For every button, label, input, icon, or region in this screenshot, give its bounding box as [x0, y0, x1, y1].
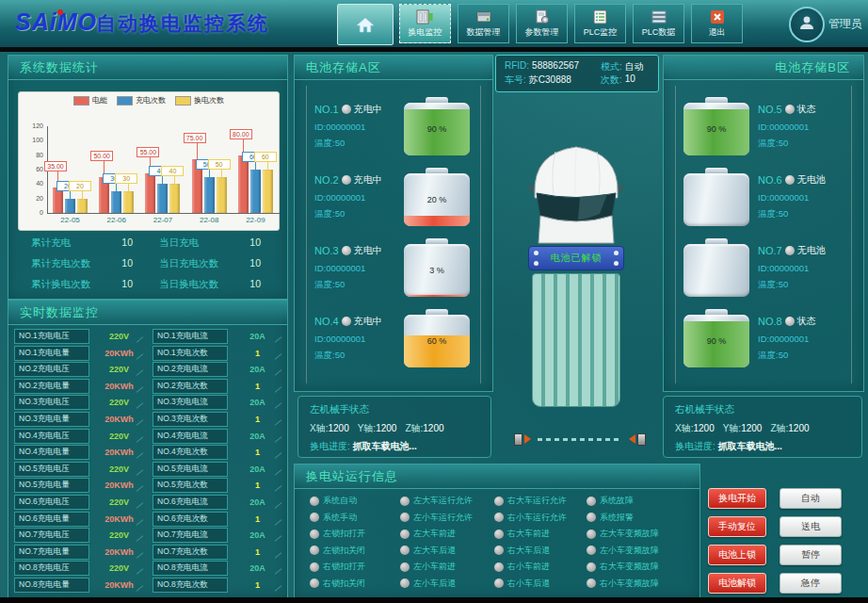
statistics-chart: 电能充电次数换电次数 02040608010012022-0535.002020…: [18, 91, 280, 231]
summary-stat: 当日充电10: [159, 236, 274, 250]
control-button-white[interactable]: 暂停: [780, 545, 842, 565]
status-dot-icon: [342, 317, 351, 326]
stats-panel-title: 系统数据统计: [8, 56, 287, 80]
arm-axis-name: Z轴:: [405, 423, 423, 433]
battery-temp-label: 温度:50: [314, 138, 395, 150]
chart-bar: [157, 184, 168, 213]
battery-area-a-title: 电池存储A区: [295, 56, 492, 80]
realtime-row: NO.6充电电压220V: [14, 495, 145, 510]
realtime-label: NO.3充电电压: [14, 395, 89, 410]
battery-body: 90 %: [683, 103, 749, 155]
battery-temp-label: 温度:50: [314, 279, 395, 291]
white-control-buttons: 自动送电暂停急停: [780, 488, 842, 594]
indicator-label: 左大车变频故障: [600, 528, 659, 540]
realtime-label: NO.6充电电流: [153, 495, 228, 510]
legend-item: 充电次数: [117, 95, 166, 106]
indicator-dot-icon: [400, 497, 410, 506]
exit-icon: [709, 9, 726, 24]
bolt-icon: [614, 261, 619, 266]
battery-slot: 90 %NO.8状态ID:00000001温度:50: [683, 307, 844, 369]
status-dot-icon: [342, 105, 351, 114]
realtime-value: 1: [232, 547, 283, 557]
battery-body: 3 %: [404, 244, 470, 297]
realtime-label: NO.1充电电量: [14, 346, 89, 361]
battery-status-label: 无电池: [797, 173, 826, 187]
realtime-row: NO.7充电电流20A: [153, 528, 283, 543]
vehicle-info-pair: 模式:自动: [601, 60, 644, 73]
x-axis-tick: 22-09: [233, 216, 279, 224]
arm-axis-name: Y轴:: [358, 423, 376, 433]
nav-tab-4[interactable]: PLC监控: [574, 4, 626, 43]
chart-bar: [123, 191, 134, 213]
battery-header: NO.3充电中: [314, 244, 395, 257]
control-button-white[interactable]: 急停: [780, 573, 842, 594]
realtime-value: 20KWh: [93, 481, 145, 490]
indicator-dot-icon: [400, 546, 410, 555]
indicator-label: 左大车运行允许: [413, 495, 473, 507]
indicator-label: 右锁扣关闭: [323, 578, 365, 590]
realtime-row: NO.6充电电流20A: [153, 495, 283, 510]
arm-axis-value: 1200: [328, 423, 348, 433]
realtime-value: 20KWh: [93, 415, 145, 424]
realtime-row: NO.3充电电压220V: [14, 395, 145, 410]
arm-axis-name: X轴:: [310, 423, 328, 433]
control-button-white[interactable]: 送电: [780, 516, 842, 537]
bar-label-whisker: [128, 183, 129, 191]
station-column: 系统故障系统报警左大车变频故障左小车变频故障右大车变频故障右小车变频故障: [587, 495, 694, 593]
realtime-row: NO.3充电电量20KWh: [14, 412, 145, 427]
right-arm-status-box: 右机械手状态 X轴:1200Y轴:1200Z轴:1200 换电进度: 抓取车载电…: [663, 396, 862, 458]
home-button[interactable]: [337, 4, 394, 45]
realtime-row: NO.4充电电流20A: [153, 429, 283, 444]
realtime-value: 20A: [232, 530, 283, 540]
realtime-row: NO.6充电电量20KWh: [14, 512, 145, 527]
station-indicator: 左小车变频故障: [587, 545, 694, 557]
bar-label-whisker: [174, 175, 175, 184]
nav-tab-6[interactable]: 退出: [691, 4, 743, 43]
right-arm-progress-label: 换电进度:: [675, 441, 715, 451]
realtime-row: NO.1充电电流20A: [153, 329, 283, 344]
chart-canvas: 02040608010012022-0535.00202022-0650.003…: [19, 107, 279, 230]
battery-graphic: 20 %: [404, 168, 470, 226]
realtime-label: NO.5充电电流: [153, 462, 228, 477]
realtime-value: 20A: [232, 432, 283, 441]
bar-value-label: 75.00: [184, 133, 206, 143]
user-avatar[interactable]: [789, 7, 825, 42]
summary-stat: 累计充电10: [31, 236, 146, 250]
indicator-label: 右锁扣打开: [323, 561, 365, 573]
realtime-label: NO.3充电次数: [153, 412, 228, 427]
indicator-dot-icon: [310, 579, 319, 588]
battery-status-label: 充电中: [354, 315, 382, 328]
station-indicator: 右锁扣打开: [310, 561, 400, 573]
indicator-label: 左锁扣打开: [323, 528, 365, 540]
nav-tab-2[interactable]: 数据管理: [458, 4, 509, 43]
red-control-buttons: 换电开始手动复位电池上锁电池解锁: [708, 488, 766, 594]
control-button-white[interactable]: 自动: [780, 488, 842, 509]
indicator-dot-icon: [587, 546, 596, 555]
vehicle-info-value: 10: [625, 73, 635, 87]
battery-info: NO.7无电池ID:00000001温度:50: [758, 244, 839, 291]
arm-axis-name: Y轴:: [723, 423, 741, 433]
nav-tab-label: PLC数据: [642, 26, 676, 39]
realtime-label: NO.2充电电流: [153, 362, 228, 377]
track-arrow-icon: [524, 434, 536, 444]
control-button-red[interactable]: 电池上锁: [708, 545, 766, 565]
station-indicator: 右大车后退: [494, 545, 587, 557]
realtime-row: NO.4充电次数1: [153, 445, 283, 460]
battery-status-label: 状态: [797, 315, 816, 328]
nav-tab-5[interactable]: PLC数据: [633, 4, 684, 43]
control-button-red[interactable]: 电池解锁: [708, 573, 766, 594]
battery-status-label: 充电中: [354, 173, 382, 187]
nav-tab-3[interactable]: 参数管理: [516, 4, 568, 43]
control-button-red[interactable]: 手动复位: [708, 516, 766, 537]
vehicle-info-label: 次数:: [601, 73, 622, 87]
realtime-value: 20KWh: [93, 382, 145, 391]
bar-label-whisker: [70, 190, 71, 199]
control-button-red[interactable]: 换电开始: [708, 488, 766, 509]
nav-tab-1[interactable]: 换电监控: [399, 4, 451, 43]
realtime-label: NO.4充电电压: [14, 429, 89, 444]
summary-stat-value: 10: [249, 257, 261, 270]
params-icon: [534, 9, 551, 24]
realtime-value: 1: [232, 415, 283, 424]
status-dot-icon: [785, 105, 795, 114]
arm-axis: Z轴:1200: [405, 423, 443, 433]
